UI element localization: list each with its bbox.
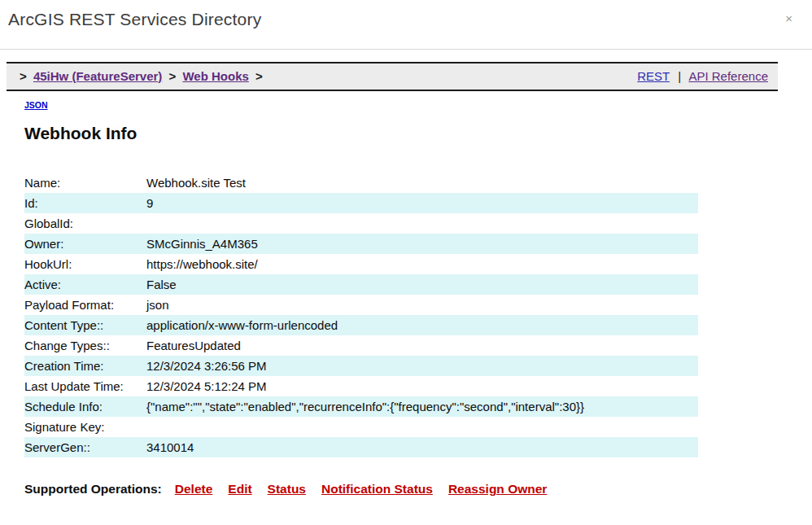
- field-value: application/x-www-form-urlencoded: [146, 318, 698, 333]
- rest-link[interactable]: REST: [637, 69, 670, 83]
- field-label: Creation Time:: [24, 359, 146, 374]
- field-label: GlobalId:: [24, 217, 146, 231]
- table-row: HookUrl: https://webhook.site/: [24, 254, 698, 274]
- breadcrumb-right-links: REST | API Reference: [637, 69, 768, 83]
- notification-status-link[interactable]: Notification Status: [321, 482, 433, 497]
- table-row: Last Update Time: 12/3/2024 5:12:24 PM: [24, 376, 698, 396]
- field-value: SMcGinnis_A4M365: [146, 237, 698, 252]
- table-row: ServerGen:: 3410014: [24, 437, 698, 457]
- status-link[interactable]: Status: [268, 482, 306, 497]
- field-label: Signature Key:: [24, 420, 146, 435]
- breadcrumb-separator: >: [166, 69, 180, 83]
- table-row: Signature Key:: [24, 417, 698, 437]
- reassign-owner-link[interactable]: Reassign Owner: [448, 482, 547, 497]
- supported-operations-label: Supported Operations:: [24, 482, 162, 497]
- field-value: Webhook.site Test: [146, 176, 698, 190]
- table-row: Owner: SMcGinnis_A4M365: [24, 234, 698, 254]
- table-row: Payload Format: json: [24, 295, 698, 315]
- field-value: False: [146, 278, 698, 292]
- field-label: Content Type::: [24, 318, 146, 333]
- field-label: Change Types::: [24, 339, 146, 353]
- field-value: [146, 217, 698, 231]
- field-label: Active:: [24, 278, 146, 292]
- table-row: Content Type:: application/x-www-form-ur…: [24, 315, 698, 335]
- breadcrumb-link-featureserver[interactable]: 45iHw (FeatureServer): [33, 69, 162, 83]
- field-label: Owner:: [24, 237, 146, 252]
- edit-link[interactable]: Edit: [228, 482, 251, 497]
- operation-links: Delete Edit Status Notification Status R…: [175, 482, 548, 497]
- supported-operations: Supported Operations: Delete Edit Status…: [24, 482, 812, 497]
- breadcrumb: > 45iHw (FeatureServer) > Web Hooks >: [16, 69, 266, 83]
- field-value: 12/3/2024 3:26:56 PM: [146, 359, 698, 374]
- table-row: Name: Webhook.site Test: [24, 173, 698, 193]
- breadcrumb-separator: >: [252, 69, 266, 83]
- field-label: Name:: [24, 176, 146, 190]
- api-reference-link[interactable]: API Reference: [688, 69, 768, 83]
- window-header: ArcGIS REST Services Directory ×: [0, 0, 812, 50]
- field-value: json: [146, 298, 698, 313]
- field-value: https://webhook.site/: [146, 257, 698, 272]
- field-value: 9: [146, 196, 698, 211]
- field-value: FeaturesUpdated: [146, 339, 698, 353]
- field-value: 12/3/2024 5:12:24 PM: [146, 379, 698, 394]
- field-label: Payload Format:: [24, 298, 146, 313]
- table-row: Creation Time: 12/3/2024 3:26:56 PM: [24, 356, 698, 376]
- table-row: Schedule Info: {"name":"","state":"enabl…: [24, 396, 698, 417]
- field-label: Schedule Info:: [24, 400, 146, 414]
- breadcrumb-link-webhooks[interactable]: Web Hooks: [182, 69, 248, 83]
- page-title: Webhook Info: [24, 124, 812, 143]
- json-format-link[interactable]: JSON: [24, 100, 48, 110]
- field-value: {"name":"","state":"enabled","recurrence…: [146, 400, 698, 414]
- close-icon[interactable]: ×: [784, 10, 794, 27]
- breadcrumb-bar: > 45iHw (FeatureServer) > Web Hooks > RE…: [7, 62, 778, 91]
- table-row: Id: 9: [24, 193, 698, 213]
- field-label: Last Update Time:: [24, 379, 146, 394]
- field-value: 3410014: [146, 440, 698, 455]
- window-title: ArcGIS REST Services Directory: [8, 10, 261, 29]
- breadcrumb-separator: >: [16, 69, 30, 83]
- field-label: HookUrl:: [24, 257, 146, 272]
- webhook-info-table: Name: Webhook.site Test Id: 9 GlobalId: …: [24, 173, 698, 457]
- link-divider: |: [673, 69, 686, 83]
- field-label: ServerGen::: [24, 440, 146, 455]
- delete-link[interactable]: Delete: [175, 482, 213, 497]
- table-row: GlobalId:: [24, 213, 698, 234]
- field-value: [146, 420, 698, 435]
- table-row: Active: False: [24, 274, 698, 295]
- field-label: Id:: [24, 196, 146, 211]
- table-row: Change Types:: FeaturesUpdated: [24, 335, 698, 356]
